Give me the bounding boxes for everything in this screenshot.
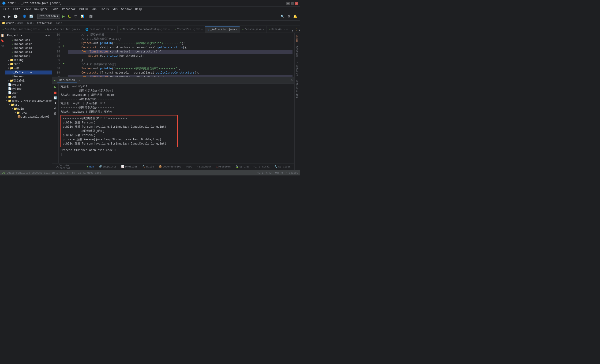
toolbar-back-button[interactable]: ◀ (2, 14, 6, 19)
sidebar-item-mytime[interactable]: 📄 myTime (5, 87, 52, 91)
more-tabs-icon[interactable]: ▼ (290, 29, 295, 33)
debug-button[interactable]: 🐛 (66, 14, 72, 19)
tab-close-icon[interactable]: ✕ (286, 28, 288, 31)
sidebar-item-package[interactable]: 📦 com.example.demo3 (5, 115, 52, 119)
sidebar-action-collapse[interactable]: ⊟ (46, 34, 47, 37)
tab-delay[interactable]: ☕ DelayC... ✕ (266, 26, 290, 33)
close-button[interactable]: ✕ (295, 2, 298, 5)
sidebar-item-reflection[interactable]: ☕ _Reflection (5, 71, 52, 74)
run-button[interactable]: ▶ (61, 14, 66, 19)
project-panel-icon[interactable]: 📋 (1, 34, 4, 37)
bottom-tab-versioncontrol[interactable]: ⎇ Version Control (54, 164, 84, 170)
status-position[interactable]: 48:1 (257, 172, 263, 174)
sidebar-item-string[interactable]: ▶ 📁 string (5, 58, 52, 62)
sidebar-item-threadtask[interactable]: ☕ ThreadTask (5, 54, 52, 58)
tab-close-icon[interactable]: ✕ (236, 28, 237, 31)
tab-close-icon[interactable]: ✕ (79, 28, 80, 31)
tab-restapi[interactable]: 🌐 rest-api_3.http ✕ (83, 26, 118, 33)
bottom-tab-dependencies[interactable]: 📦 Dependencies (157, 165, 183, 169)
tab-threadpoolconfig[interactable]: ☕ ThreadPoolExecutorConfig.java ✕ (118, 26, 172, 33)
menu-build[interactable]: Build (77, 7, 90, 11)
menu-window[interactable]: Window (120, 7, 133, 11)
sidebar-item-demo3[interactable]: ▼ 📁 demo3 D:\Project\IDEA\demo\demo3 (5, 99, 52, 103)
run-panel-gear[interactable]: ⚙ (291, 78, 292, 82)
menu-refactor[interactable]: Refactor (60, 7, 78, 11)
run-tab-reflection[interactable]: Reflection (57, 78, 77, 82)
bookmarks-icon[interactable]: 🔖 (1, 39, 4, 43)
bottom-tab-terminal[interactable]: ▸_ Terminal (252, 165, 272, 169)
notifications-sidebar-icon[interactable]: Notifications (296, 79, 299, 99)
breadcrumb-demo[interactable]: demo (17, 22, 23, 25)
print-button[interactable]: 🖨 (53, 106, 58, 110)
run-tab-close[interactable]: ✕ (78, 79, 80, 82)
sidebar-action-gear[interactable]: ⚙ (48, 34, 50, 37)
code-editor[interactable]: // 4.获取构造器 // 4.1.获取构造器(Public) System.o… (66, 33, 294, 77)
toolbar-forward-button[interactable]: ▶ (7, 14, 12, 19)
bottom-tab-services[interactable]: 🔧 Services (272, 165, 292, 169)
maximize-button[interactable]: □ (291, 2, 294, 5)
bottom-tab-todo[interactable]: TODO (184, 165, 194, 169)
sidebar-item-java[interactable]: ▼ 📁 java (5, 111, 52, 115)
status-line-ending[interactable]: CRLF (266, 172, 272, 174)
tab-demo3application[interactable]: ☕ Demo3Application.java ✕ (0, 26, 42, 33)
profile-button[interactable]: 📊 (79, 14, 85, 19)
translate-button[interactable]: 翻 (88, 14, 94, 19)
bottom-tab-profiler[interactable]: 📈 Profiler (119, 165, 140, 169)
status-encoding[interactable]: UTF-8 (275, 172, 283, 174)
coverage-button[interactable]: 🛡 (73, 14, 78, 19)
bottom-tab-luacheck[interactable]: ✓ LuaCheck (195, 165, 213, 169)
run-config-dropdown[interactable]: Reflection ▼ (37, 14, 60, 19)
tab-queuecontroller[interactable]: ☕ QueueController.java ✕ (42, 26, 83, 33)
bottom-tab-problems[interactable]: ⚠ Problems (214, 165, 233, 169)
bottom-tab-spring[interactable]: 🍃 Spring (234, 165, 251, 169)
maven-icon[interactable]: Maven (296, 34, 299, 43)
database-icon[interactable]: Database (296, 45, 299, 58)
clear-button[interactable]: 🗑 (53, 111, 58, 116)
tab-threadpool[interactable]: ☕ ThreadPool.java ✕ (172, 26, 205, 33)
sidebar-item-kecheng[interactable]: ▶ 📁 课堂作业 (5, 78, 52, 83)
scroll-to-end-button[interactable]: ⬇ (53, 101, 57, 105)
tab-close-icon[interactable]: ✕ (168, 28, 170, 31)
settings-button[interactable]: ⚙ (286, 14, 291, 19)
sidebar-item-test[interactable]: ▶ 📁 test (5, 62, 52, 66)
tab-close-icon[interactable]: ✕ (114, 28, 115, 31)
sidebar-item-user[interactable]: 📄 User (5, 91, 52, 95)
breadcrumb-fansi[interactable]: 反射 (27, 21, 32, 25)
status-indent[interactable]: 4 spaces (286, 172, 298, 174)
run-again-button[interactable]: ▶ (53, 85, 57, 89)
sidebar-item-mysort[interactable]: 📄 mySort (5, 83, 52, 87)
bottom-tab-run[interactable]: ▶ Run (85, 165, 96, 169)
toolbar-user-button[interactable]: 👤 (22, 14, 28, 19)
bottom-tab-build[interactable]: 🔨 Build (141, 165, 156, 169)
breadcrumb-project[interactable]: demo2 (6, 22, 14, 25)
menu-code[interactable]: Code (50, 7, 60, 11)
menu-file[interactable]: File (1, 7, 11, 11)
editor-settings-button[interactable]: ⚙ (298, 28, 300, 33)
tab-reflection[interactable]: ☕ _Reflection.java ✕ (205, 26, 240, 33)
sidebar-item-threadpool4[interactable]: ☕ ThreadPool4 (5, 50, 52, 54)
sidebar-item-out[interactable]: ▶ 📁 out (5, 95, 52, 99)
ai-icon[interactable]: AI Promo... (296, 60, 299, 77)
breadcrumb-reflection[interactable]: _Reflection (35, 22, 53, 25)
sidebar-item-main[interactable]: ▼ 📁 main (5, 107, 52, 111)
tab-person[interactable]: ☕ Person.java ✕ (240, 26, 266, 33)
menu-edit[interactable]: Edit (11, 7, 22, 11)
minimize-button[interactable]: — (286, 2, 290, 5)
sidebar-item-threadpool2[interactable]: ☕ ThreadPool2 (5, 42, 52, 46)
tab-close-icon[interactable]: ✕ (38, 28, 40, 31)
run-output[interactable]: 方法名: notifyAll -----------调用指定方法(指定方法名)-… (59, 84, 294, 163)
stop-button[interactable]: ⏹ (53, 90, 58, 95)
sidebar-item-threadpool[interactable]: ☕ ThreadPool (5, 38, 52, 42)
breadcrumb-main[interactable]: main (56, 22, 62, 25)
menu-help[interactable]: Help (133, 7, 144, 11)
rerun-button[interactable]: 🔄 (53, 96, 58, 100)
toolbar-recent-button[interactable]: 🕒 (13, 14, 19, 19)
bottom-tab-endpoints[interactable]: 🔗 Endpoints (97, 165, 118, 169)
sidebar-item-src[interactable]: ▼ 📁 src (5, 103, 52, 107)
search-everywhere-button[interactable]: 🔍 (280, 14, 285, 19)
menu-navigate[interactable]: Navigate (32, 7, 50, 11)
menu-run[interactable]: Run (90, 7, 98, 11)
sidebar-item-person[interactable]: ☕ Person (5, 74, 52, 78)
toolbar-update-button[interactable]: 🔄 (28, 14, 34, 19)
tab-close-icon[interactable]: ✕ (201, 28, 203, 31)
